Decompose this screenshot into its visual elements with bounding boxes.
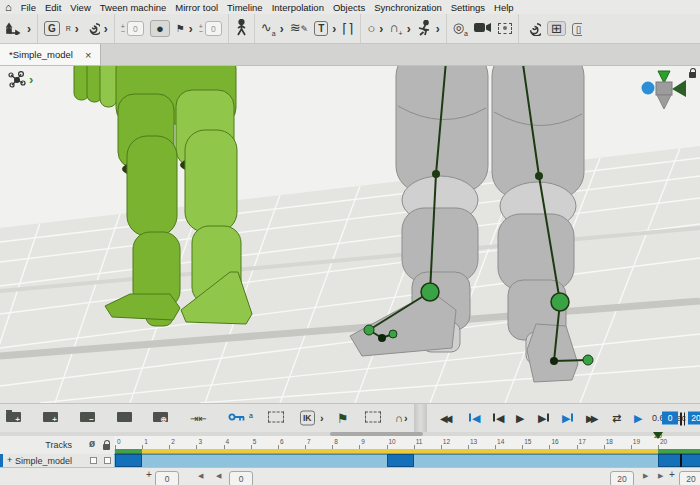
interval-brackets-icon[interactable]: ⌈⌉ [342, 22, 354, 35]
grid-snap-button[interactable]: ⊞ [547, 21, 566, 36]
frame-ruler[interactable]: 01234567891011121314151617181920 [114, 436, 700, 449]
move-axis-icon[interactable] [6, 20, 23, 37]
chevron-icon[interactable]: › [407, 24, 411, 34]
menu-item-timeline[interactable]: Timeline [227, 2, 263, 13]
step-left-icon[interactable]: ◀ [198, 472, 203, 480]
rig-joint-ankle-left[interactable] [421, 283, 439, 301]
frame-spin-left-b[interactable]: 0 [229, 471, 253, 485]
rewind-button[interactable]: ◀◀ [440, 413, 449, 424]
chevron-down-icon[interactable]: › [27, 24, 31, 34]
tab-simple-model[interactable]: *Simple_model × [0, 44, 101, 65]
rig-joint-knee-right[interactable] [535, 172, 543, 180]
clipped-tool-icon[interactable]: ▯ [572, 22, 582, 36]
previous-key-button[interactable]: ◀ [492, 412, 504, 425]
track-name[interactable]: Simple_model [15, 456, 72, 466]
chevron-icon[interactable]: › [280, 24, 284, 34]
menu-item-objects[interactable]: Objects [333, 2, 365, 13]
menu-item-synchronization[interactable]: Synchronization [374, 2, 442, 13]
play-with-keys-button[interactable]: ▶ [634, 412, 642, 425]
keyframe-spinner-left[interactable]: +− 0 [121, 21, 144, 36]
next-key-button[interactable]: ▶ [538, 412, 550, 425]
chevron-icon[interactable]: › [75, 24, 79, 34]
keyframe-block[interactable] [387, 454, 414, 467]
viewport-scene[interactable] [0, 66, 700, 403]
remove-interval-icon[interactable]: − [80, 412, 95, 424]
menu-item-view[interactable]: View [70, 2, 90, 13]
menu-item-interpolation[interactable]: Interpolation [272, 2, 324, 13]
keyframe-block[interactable] [115, 454, 142, 467]
rig-joint-heel-left[interactable] [378, 334, 386, 342]
loop-circle-icon[interactable]: ○ [367, 22, 375, 35]
rotation-spiral-icon[interactable] [85, 20, 100, 37]
camera-lock-icon[interactable] [689, 72, 696, 78]
step-right-icon[interactable]: ▶ [643, 472, 648, 480]
menu-item-tween-machine[interactable]: Tween machine [100, 2, 167, 13]
tab-close-icon[interactable]: × [85, 50, 91, 60]
range-handle-icon[interactable] [680, 413, 685, 426]
flag-icon[interactable]: ⚑ [337, 411, 349, 426]
track-lock-checkbox[interactable] [104, 457, 111, 464]
join-intervals-icon[interactable]: ⇥⇤ [190, 413, 207, 424]
menu-item-file[interactable]: File [21, 2, 36, 13]
arc-add-icon[interactable]: ∩+ [389, 21, 402, 37]
add-frame-right-button[interactable]: + [669, 469, 675, 480]
visibility-off-icon[interactable]: ø [89, 438, 95, 449]
run-animation-icon[interactable] [417, 20, 432, 38]
track-expand-icon[interactable]: + [7, 455, 12, 465]
range-end-box[interactable]: 20 [688, 412, 700, 425]
track-visibility-checkbox[interactable] [90, 457, 97, 464]
play-button[interactable]: ▶ [516, 412, 524, 425]
chevron-icon[interactable]: › [29, 75, 33, 85]
edit-trajectories-icon[interactable]: ≋✎ [290, 21, 308, 36]
chevron-icon[interactable]: › [189, 24, 193, 34]
rig-joint-knee-left[interactable] [432, 170, 440, 178]
menu-item-help[interactable]: Help [494, 2, 514, 13]
camera-target-icon[interactable]: ◎a [453, 21, 468, 37]
track-lane[interactable] [114, 454, 700, 467]
spiral-tool-icon[interactable] [525, 20, 541, 38]
panel-splitter[interactable] [414, 404, 427, 432]
interval-badge-icon[interactable]: ⊕ [153, 412, 168, 424]
jump-to-start-button[interactable]: ◀ [468, 412, 480, 425]
keyframe-spinner-right[interactable]: +− 0 [199, 21, 222, 36]
add-frame-left-button[interactable]: + [146, 469, 152, 480]
chevron-icon[interactable]: › [404, 413, 408, 423]
menu-item-edit[interactable]: Edit [45, 2, 61, 13]
selection-box-icon[interactable] [268, 412, 284, 425]
3d-viewport[interactable]: › [0, 66, 700, 403]
chevron-icon[interactable]: › [320, 413, 324, 423]
ik-mode-button[interactable]: IK [300, 411, 315, 426]
chevron-icon[interactable]: › [332, 24, 336, 34]
rig-joint-toe-right[interactable] [583, 355, 593, 365]
lock-column-icon[interactable] [103, 444, 110, 450]
auto-key-icon[interactable]: a [228, 412, 253, 425]
rig-joint-ankle-right[interactable] [551, 293, 569, 311]
selection-box2-icon[interactable] [365, 412, 381, 425]
rig-joint-heel-right[interactable] [550, 357, 558, 365]
home-icon[interactable]: ⌂ [5, 2, 12, 12]
loop-playback-button[interactable]: ⇄ [612, 412, 621, 425]
focus-frame-icon[interactable] [498, 23, 512, 34]
global-mode-button[interactable]: G [44, 21, 60, 36]
character-mode-icon[interactable] [235, 19, 248, 38]
add-interval-icon[interactable]: + [43, 412, 58, 424]
viewport-node-tool[interactable]: › [7, 71, 33, 89]
jump-to-end-button[interactable]: ▶ [562, 412, 574, 425]
range-start-box[interactable]: 0 [662, 412, 678, 425]
chevron-icon[interactable]: › [104, 24, 108, 34]
video-camera-icon[interactable] [474, 22, 492, 35]
step-right2-icon[interactable]: ▶ [658, 472, 663, 480]
flag-marker-icon[interactable]: ⚑ [176, 22, 185, 35]
keyframe-block[interactable] [658, 454, 700, 467]
record-button[interactable]: ● [150, 20, 170, 37]
menu-item-mirror-tool[interactable]: Mirror tool [175, 2, 218, 13]
menu-item-settings[interactable]: Settings [451, 2, 485, 13]
text-tool-button[interactable]: T [314, 21, 328, 36]
step-left2-icon[interactable]: ◀ [216, 472, 221, 480]
frame-spin-left-a[interactable]: 0 [155, 471, 179, 485]
add-track-group-icon[interactable]: + [6, 412, 21, 424]
playhead[interactable]: 20 [650, 432, 666, 449]
trajectory-icon[interactable]: ∿a [261, 21, 276, 37]
chevron-icon[interactable]: › [379, 24, 383, 34]
fast-forward-button[interactable]: ▶▶ [586, 413, 595, 424]
